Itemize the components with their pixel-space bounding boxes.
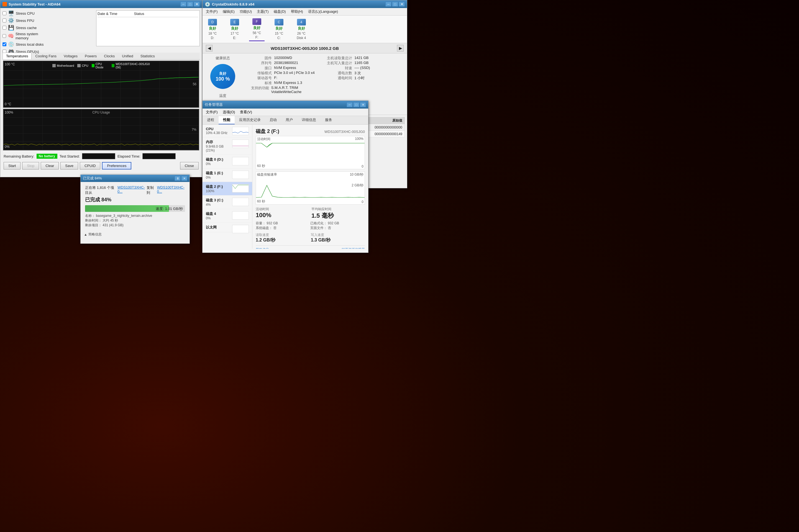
- crystal-minimize-button[interactable]: ─: [385, 2, 391, 7]
- maximize-button[interactable]: □: [187, 2, 193, 7]
- transfer-row: 传输模式 PCIe 3.0 x4 | PCIe 3.0 x4: [244, 71, 323, 76]
- tab-unified[interactable]: Unified: [118, 53, 136, 59]
- crystal-close-button[interactable]: ✕: [399, 2, 405, 7]
- tm-cpu-item[interactable]: CPU 10% 4.38 GHz: [203, 125, 252, 137]
- features-label: 支持的功能: [244, 86, 269, 94]
- stress-options: 🖥️ Stress CPU ⚙️ Stress FPU 💾 Stress cac…: [2, 10, 47, 51]
- stop-button[interactable]: Stop: [22, 162, 39, 170]
- stress-fpu-label: Stress FPU: [16, 19, 34, 23]
- menu-function[interactable]: 功能(U): [238, 8, 254, 15]
- tm-maximize-button[interactable]: □: [353, 102, 359, 107]
- read-speed-block: 读取速度 1.2 GB/秒: [256, 233, 310, 243]
- drive-d-health: 良好: [209, 26, 216, 31]
- drive-f[interactable]: F 良好 56 °C F:: [249, 17, 264, 41]
- menu-disk[interactable]: 磁盘(D): [272, 8, 288, 15]
- prev-disk-button[interactable]: ◀: [206, 45, 212, 52]
- activity-label: 活动时间: [257, 137, 271, 141]
- tab-powers[interactable]: Powers: [81, 53, 100, 59]
- page-file-value: 否: [328, 226, 331, 230]
- disk-model: WDS100T3XHC-00SJG0 1000.2 GB: [212, 46, 397, 51]
- tm-menu-view[interactable]: 查看(V): [238, 109, 254, 115]
- stress-cpu-option: 🖥️ Stress CPU: [2, 10, 47, 16]
- stress-memory-checkbox[interactable]: [2, 34, 6, 38]
- tm-menu-options[interactable]: 选项(O): [221, 109, 238, 115]
- start-button[interactable]: Start: [4, 162, 20, 170]
- power-hours-label: 通电时间: [324, 76, 352, 81]
- tab-clocks[interactable]: Clocks: [100, 53, 118, 59]
- close-aida-button[interactable]: Close: [180, 162, 199, 170]
- stress-cpu-checkbox[interactable]: [2, 11, 6, 15]
- drive-e[interactable]: E 良好 17 °C E:: [227, 18, 242, 41]
- drive-f-health: 良好: [253, 25, 260, 31]
- menu-language[interactable]: 语言(L)(Language): [306, 8, 340, 15]
- tm-disk2-item[interactable]: 磁盘 2 (F:) 100%: [203, 182, 252, 195]
- next-disk-button[interactable]: ▶: [397, 45, 404, 52]
- open-resource-monitor-link[interactable]: 打开资源监视器: [341, 247, 365, 249]
- filename-value: basegame_3_nightcity_terrain.archive: [96, 214, 152, 218]
- remaining-label: 剩余时间：: [85, 218, 102, 222]
- items-value: 431 (41.9 GB): [103, 223, 123, 227]
- copy-from-link[interactable]: WDS100T3XHC-0...: [117, 185, 146, 195]
- copy-from-to: 正在将 1,816 个项目从 WDS100T3XHC-0... 复制到 WDS1…: [85, 185, 185, 195]
- temp-label: 温度: [219, 93, 226, 98]
- stress-fpu-checkbox[interactable]: [2, 19, 6, 22]
- tm-menu-file[interactable]: 文件(F): [204, 109, 220, 115]
- tm-tab-users[interactable]: 用户: [281, 116, 297, 124]
- read-speed-value: 1.2 GB/秒: [256, 238, 310, 243]
- copy-close-button[interactable]: ✕: [181, 176, 187, 181]
- stress-cache-checkbox[interactable]: [2, 26, 6, 30]
- copy-pause-button[interactable]: ⏸: [174, 176, 181, 181]
- tab-cooling-fans[interactable]: Cooling Fans: [32, 53, 60, 59]
- drive-c[interactable]: C 良好 15 °C C:: [271, 18, 287, 41]
- tm-disk3-item[interactable]: 磁盘 3 (C:) 4%: [203, 195, 252, 209]
- tab-voltages[interactable]: Voltages: [60, 53, 81, 59]
- tm-tab-performance[interactable]: 性能: [219, 116, 235, 124]
- power-cycle-label: 通电次数: [324, 71, 352, 76]
- brief-info-link[interactable]: 简略信息: [256, 247, 269, 249]
- active-time-label: 活动时间: [256, 207, 309, 212]
- tm-close-button[interactable]: ✕: [360, 102, 366, 107]
- tm-sidebar: CPU 10% 4.38 GHz 内存 9.9/48.0 GB (21%) 磁盘…: [203, 125, 253, 249]
- tm-ethernet-item[interactable]: 以太网: [203, 223, 252, 232]
- standard-row: 标准 NVM Express 1.3: [244, 81, 323, 86]
- tm-memory-item[interactable]: 内存 9.9/48.0 GB (21%): [203, 137, 252, 155]
- stress-cpu-label: Stress CPU: [16, 11, 35, 16]
- tm-tab-services[interactable]: 服务: [320, 116, 337, 124]
- menu-theme[interactable]: 主题(T): [255, 8, 271, 15]
- stress-disks-checkbox[interactable]: [2, 42, 6, 46]
- copy-details: 名称： basegame_3_nightcity_terrain.archive…: [85, 213, 185, 228]
- tab-temperatures[interactable]: Temperatures: [2, 53, 32, 59]
- activity-svg: [256, 142, 365, 164]
- tm-tab-startup[interactable]: 启动: [265, 116, 281, 124]
- tm-disk0-item[interactable]: 磁盘 0 (D:) 0%: [203, 155, 252, 168]
- drive-4[interactable]: 4 良好 26 °C Disk 4: [293, 18, 309, 41]
- minimize-button[interactable]: ─: [180, 2, 186, 7]
- cpuid-button[interactable]: CPUID: [80, 162, 100, 170]
- stress-cache-option: 💾 Stress cache: [2, 25, 47, 31]
- close-button[interactable]: ✕: [194, 2, 200, 7]
- copy-titlebar: 已完成 84% ⏸ ✕: [81, 175, 189, 182]
- power-cycle-value: 3 次: [354, 71, 361, 76]
- copy-to-link[interactable]: WDS100T3XHC-0...: [157, 185, 185, 195]
- tab-statistics[interactable]: Statistics: [137, 53, 159, 59]
- crystal-maximize-button[interactable]: □: [392, 2, 398, 7]
- preferences-button[interactable]: Preferences: [102, 162, 131, 170]
- menu-edit[interactable]: 编辑(E): [221, 8, 237, 15]
- tm-disk1-item[interactable]: 磁盘 1 (E:) 0%: [203, 168, 252, 182]
- menu-file[interactable]: 文件(F): [204, 8, 220, 15]
- drive-f-temp: 56 °C: [253, 31, 261, 35]
- tm-main: 磁盘 2 (F:) WDS100T3XHC-00SJG0 活动时间 100% 6…: [253, 125, 368, 249]
- transfer-label: 传输模式: [244, 71, 272, 76]
- tm-minimize-button[interactable]: ─: [347, 102, 353, 107]
- tm-tab-processes[interactable]: 进程: [203, 116, 219, 124]
- tm-disk4-item[interactable]: 磁盘 4 0%: [203, 209, 252, 223]
- save-button[interactable]: Save: [60, 162, 78, 170]
- copy-brief-toggle[interactable]: ▲ 简略信息: [81, 231, 189, 238]
- tm-tab-app-history[interactable]: 应用历史记录: [235, 116, 265, 124]
- drive-d[interactable]: D 良好 18 °C D:: [205, 18, 220, 41]
- tm-tab-details[interactable]: 详细信息: [297, 116, 320, 124]
- page-file-label: 页面文件：: [310, 226, 327, 230]
- clear-button[interactable]: Clear: [41, 162, 59, 170]
- menu-help[interactable]: 帮助(H): [289, 8, 305, 15]
- page-file-block: 页面文件： 否: [310, 226, 365, 230]
